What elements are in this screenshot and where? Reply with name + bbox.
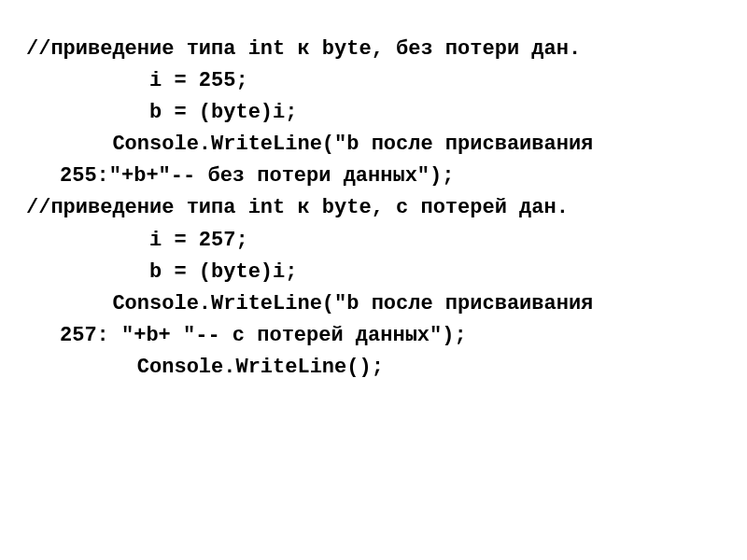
code-line-i255: i = 255; — [26, 65, 721, 97]
code-line-write3: Console.WriteLine(); — [26, 352, 721, 384]
code-line-write2a: Console.WriteLine("b после присваивания — [26, 288, 721, 320]
code-line-cast2: b = (byte)i; — [26, 257, 721, 288]
code-line-write1b: 255:"+b+"-- без потери данных"); — [26, 161, 721, 192]
comment-line-2: //приведение типа int к byte, с потерей … — [26, 192, 721, 224]
code-line-i257: i = 257; — [26, 225, 721, 257]
comment-line-1: //приведение типа int к byte, без потери… — [26, 34, 721, 65]
code-slide: //приведение типа int к byte, без потери… — [0, 0, 747, 384]
code-line-cast1: b = (byte)i; — [26, 97, 721, 129]
code-line-write2b: 257: "+b+ "-- с потерей данных"); — [26, 320, 721, 352]
code-line-write1a: Console.WriteLine("b после присваивания — [26, 129, 721, 161]
